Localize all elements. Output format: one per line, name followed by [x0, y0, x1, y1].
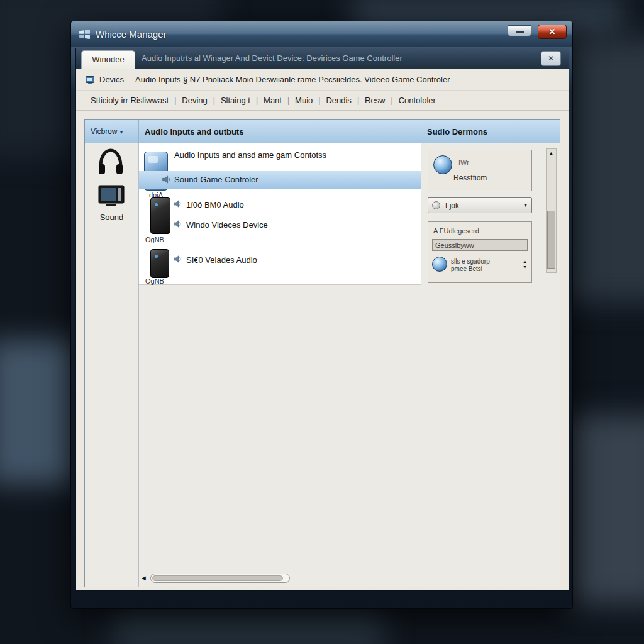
list-item-bm0-audio[interactable]: 1í0ó BM0 Audio — [173, 199, 244, 210]
list-item-audio-inputs[interactable]: Audio Inputs and ansd ame gam Contotss — [174, 150, 326, 160]
list-item-windo-videces[interactable]: Windo Videces Device — [173, 219, 268, 230]
device-icon-caption: OgNB — [145, 277, 164, 285]
menu-item[interactable]: Dendis — [320, 96, 357, 105]
horizontal-scrollbar[interactable] — [150, 574, 290, 583]
tab-close-button[interactable]: ✕ — [541, 51, 561, 66]
right-column-header: Sudio Dermons — [421, 120, 560, 143]
selected-item-label: Sound Game Controler — [174, 175, 258, 184]
menu-bar: Stticioly irr Risliwwast | Deving | Slta… — [76, 91, 569, 111]
menu-item[interactable]: Contololer — [393, 96, 441, 105]
tab-strip-text: Audio Inputrts al Winager And Devict Dev… — [142, 53, 402, 63]
toolbar-description: Audio Inputs § N7 Pnoliack Moio Deswiian… — [135, 75, 450, 84]
menu-item[interactable]: Resw — [359, 96, 391, 105]
view-dropdown-label: Vicbrow — [91, 127, 117, 136]
windows-logo-icon — [79, 28, 91, 40]
spinner-caption-line1: slls e sgadorp — [451, 258, 490, 265]
chevron-down-icon: ▾ — [119, 128, 123, 135]
desktop-blur-shape — [113, 604, 384, 644]
properties-column: IWr Resstfiom Ljok ▼ A FUdlegeserd — [421, 143, 560, 587]
stepper-up-icon[interactable]: ▲ — [523, 259, 527, 264]
device-circle-icon — [432, 257, 447, 272]
close-icon: ✕ — [549, 27, 556, 36]
window-content: Winodee Audio Inputrts al Winager And De… — [75, 48, 569, 591]
speaker-icon — [173, 219, 182, 230]
sidebar-item-sound-label: Sound — [85, 213, 138, 222]
list-item-label: 1í0ó BM0 Audio — [186, 200, 244, 209]
category-sidebar: Sound — [85, 143, 139, 587]
middle-column-header: Audio inputs and outbuts — [139, 120, 421, 143]
speaker-icon — [162, 175, 171, 187]
menu-item[interactable]: Sltaing t — [215, 96, 256, 105]
group-label: A FUdlegeserd — [433, 227, 479, 235]
settings-group-box: A FUdlegeserd slls e sgadorp pmee Betsl … — [428, 221, 532, 283]
spinner-caption-line2: pmee Betsl — [451, 265, 490, 273]
desktop-blur-shape — [0, 340, 82, 484]
tab-close-icon: ✕ — [548, 54, 554, 63]
device-manager-window: Whicce Manager ✕ Winodee Audio Inputrts … — [70, 21, 573, 609]
tab-bar: Winodee Audio Inputrts al Winager And De… — [76, 48, 569, 69]
menu-item[interactable]: Deving — [176, 96, 213, 105]
monitor-icon[interactable] — [97, 184, 125, 211]
right-column-header-label: Sudio Dermons — [427, 127, 487, 136]
device-icon — [85, 75, 95, 85]
settings-text-field[interactable] — [432, 239, 528, 251]
device-list-column: dpiA Audio Inputs and ansd ame gam Conto… — [139, 143, 421, 587]
desktop: Whicce Manager ✕ Winodee Audio Inputrts … — [0, 0, 644, 644]
minimize-button[interactable] — [508, 25, 531, 36]
value-stepper[interactable]: ▲ ▼ — [523, 259, 527, 269]
info-title: IWr — [458, 158, 469, 166]
dropdown-bullet-icon — [432, 201, 440, 209]
chevron-down-icon: ▼ — [519, 198, 531, 213]
list-item-sound-game-controller[interactable]: Sound Game Controler — [139, 171, 421, 189]
headphones-icon[interactable] — [96, 147, 125, 179]
spinner-caption: slls e sgadorp pmee Betsl — [451, 258, 490, 273]
device-button-label: Devics — [99, 75, 124, 84]
info-circle-icon — [433, 155, 452, 174]
properties-dropdown[interactable]: Ljok ▼ — [428, 197, 532, 213]
black-tower-device-icon — [150, 249, 169, 278]
stepper-down-icon[interactable]: ▼ — [523, 265, 527, 269]
speaker-icon — [173, 255, 182, 265]
list-item-label: Windo Videces Device — [186, 220, 268, 230]
black-tower-device-icon — [150, 197, 170, 234]
vertical-scrollbar[interactable]: ▲ — [546, 148, 557, 273]
info-box: IWr Resstfiom — [428, 150, 532, 191]
vertical-scrollbar-thumb[interactable] — [547, 211, 555, 269]
menu-item[interactable]: Stticioly irr Risliwwast — [85, 96, 174, 105]
scroll-up-icon[interactable]: ▲ — [547, 149, 556, 158]
column-headers: Vicbrow ▾ Audio inputs and outbuts Sudio… — [85, 120, 560, 143]
list-item-label: SI€0 Veiades Audio — [186, 255, 257, 265]
titlebar[interactable]: Whicce Manager ✕ — [71, 21, 572, 47]
menu-item[interactable]: Muio — [289, 96, 318, 105]
dropdown-value: Ljok — [445, 201, 519, 210]
info-subtitle: Resstfiom — [453, 174, 487, 182]
desktop-blur-shape — [566, 415, 644, 604]
horizontal-scrollbar-thumb[interactable] — [152, 575, 283, 581]
window-title: Whicce Manager — [96, 29, 167, 40]
scroll-left-icon[interactable]: ◄ — [140, 574, 147, 582]
device-list: dpiA Audio Inputs and ansd ame gam Conto… — [139, 143, 421, 285]
middle-column-header-label: Audio inputs and outbuts — [145, 127, 243, 136]
main-panel: Vicbrow ▾ Audio inputs and outbuts Sudio… — [84, 119, 560, 587]
list-item-veiades-audio[interactable]: SI€0 Veiades Audio — [173, 255, 257, 265]
toolbar: Devics Audio Inputs § N7 Pnoliack Moio D… — [76, 69, 569, 91]
menu-item[interactable]: Mant — [258, 96, 287, 105]
tab-winodee[interactable]: Winodee — [81, 50, 135, 69]
panel-body: Sound dpiA Audio Inputs and ansd ame gam… — [85, 143, 560, 587]
speaker-icon — [173, 199, 182, 210]
device-icon-caption: OgNB — [145, 236, 164, 243]
minimize-icon — [516, 31, 524, 33]
close-button[interactable]: ✕ — [538, 25, 567, 39]
view-dropdown-header[interactable]: Vicbrow ▾ — [85, 120, 139, 143]
